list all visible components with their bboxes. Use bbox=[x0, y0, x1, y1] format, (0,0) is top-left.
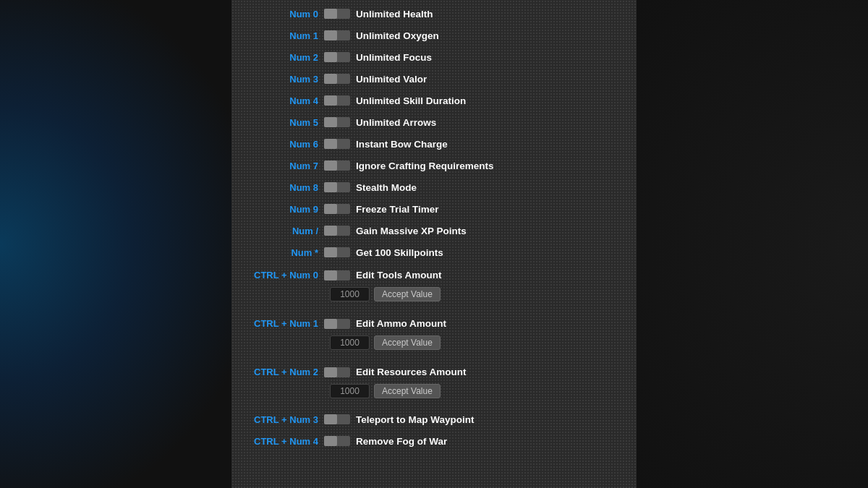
input-row-14: Accept Value bbox=[231, 382, 637, 403]
cheat-row-1: Num 1Unlimited Oxygen bbox=[231, 25, 637, 46]
cheat-label-2: Unlimited Focus bbox=[356, 52, 432, 63]
toggle-8[interactable] bbox=[324, 182, 350, 192]
bg-right-gradient bbox=[637, 0, 868, 488]
toggle-16[interactable] bbox=[324, 436, 350, 446]
key-label-16: CTRL + Num 4 bbox=[237, 436, 324, 447]
toggle-3[interactable] bbox=[324, 74, 350, 84]
cheat-row-8: Num 8Stealth Mode bbox=[231, 176, 637, 198]
value-input-14[interactable] bbox=[330, 384, 370, 398]
cheat-label-13: Edit Ammo Amount bbox=[356, 318, 446, 329]
cheat-row-16: CTRL + Num 4Remove Fog of War bbox=[231, 430, 637, 452]
cheat-label-3: Unlimited Valor bbox=[356, 74, 427, 85]
key-label-1: Num 1 bbox=[237, 30, 324, 41]
toggle-6[interactable] bbox=[324, 139, 350, 149]
toggle-5[interactable] bbox=[324, 117, 350, 127]
cheat-row-15: CTRL + Num 3Teleport to Map Waypoint bbox=[231, 408, 637, 430]
toggle-7[interactable] bbox=[324, 160, 350, 171]
cheat-label-9: Freeze Trial Timer bbox=[356, 204, 439, 215]
accept-button-13[interactable]: Accept Value bbox=[374, 335, 441, 350]
toggle-13[interactable] bbox=[324, 319, 350, 329]
spacer-14 bbox=[231, 403, 637, 408]
value-input-13[interactable] bbox=[330, 335, 370, 350]
accept-button-14[interactable]: Accept Value bbox=[374, 384, 441, 398]
toggle-4[interactable] bbox=[324, 95, 350, 106]
key-label-9: Num 9 bbox=[237, 204, 324, 215]
key-label-8: Num 8 bbox=[237, 182, 324, 193]
toggle-9[interactable] bbox=[324, 204, 350, 214]
cheat-panel: Num 0Unlimited HealthNum 1Unlimited Oxyg… bbox=[231, 0, 637, 488]
cheat-label-4: Unlimited Skill Duration bbox=[356, 95, 466, 106]
key-label-2: Num 2 bbox=[237, 52, 324, 63]
toggle-11[interactable] bbox=[324, 247, 350, 257]
cheat-row-14: CTRL + Num 2Edit Resources Amount bbox=[231, 360, 637, 382]
cheat-row-3: Num 3Unlimited Valor bbox=[231, 68, 637, 90]
cheat-row-4: Num 4Unlimited Skill Duration bbox=[231, 90, 637, 111]
toggle-10[interactable] bbox=[324, 226, 350, 236]
toggle-0[interactable] bbox=[324, 9, 350, 19]
cheat-row-13: CTRL + Num 1Edit Ammo Amount bbox=[231, 312, 637, 333]
cheat-row-2: Num 2Unlimited Focus bbox=[231, 46, 637, 68]
cheat-label-15: Teleport to Map Waypoint bbox=[356, 414, 475, 425]
toggle-14[interactable] bbox=[324, 367, 350, 377]
spacer-13 bbox=[231, 354, 637, 360]
cheat-label-7: Ignore Crafting Requirements bbox=[356, 160, 494, 171]
cheat-row-11: Num *Get 100 Skillpoints bbox=[231, 241, 637, 263]
accept-button-12[interactable]: Accept Value bbox=[374, 287, 441, 301]
cheat-row-0: Num 0Unlimited Health bbox=[231, 3, 637, 25]
cheat-label-14: Edit Resources Amount bbox=[356, 367, 467, 377]
cheat-label-0: Unlimited Health bbox=[356, 9, 433, 20]
cheat-label-5: Unlimited Arrows bbox=[356, 117, 436, 128]
cheat-row-9: Num 9Freeze Trial Timer bbox=[231, 198, 637, 220]
value-input-12[interactable] bbox=[330, 287, 370, 301]
cheat-label-10: Gain Massive XP Points bbox=[356, 226, 467, 236]
input-row-13: Accept Value bbox=[231, 333, 637, 354]
key-label-5: Num 5 bbox=[237, 117, 324, 128]
input-row-12: Accept Value bbox=[231, 285, 637, 306]
cheat-row-10: Num /Gain Massive XP Points bbox=[231, 220, 637, 241]
cheat-label-11: Get 100 Skillpoints bbox=[356, 247, 443, 258]
toggle-12[interactable] bbox=[324, 270, 350, 281]
toggle-15[interactable] bbox=[324, 414, 350, 424]
cheat-label-8: Stealth Mode bbox=[356, 182, 417, 193]
key-label-15: CTRL + Num 3 bbox=[237, 414, 324, 425]
cheat-row-5: Num 5Unlimited Arrows bbox=[231, 111, 637, 133]
cheat-label-6: Instant Bow Charge bbox=[356, 139, 448, 150]
toggle-1[interactable] bbox=[324, 30, 350, 40]
key-label-4: Num 4 bbox=[237, 95, 324, 106]
bg-left-gradient bbox=[0, 0, 231, 488]
key-label-10: Num / bbox=[237, 226, 324, 236]
cheat-row-7: Num 7Ignore Crafting Requirements bbox=[231, 155, 637, 176]
cheat-label-12: Edit Tools Amount bbox=[356, 270, 441, 281]
cheat-row-12: CTRL + Num 0Edit Tools Amount bbox=[231, 263, 637, 285]
key-label-3: Num 3 bbox=[237, 74, 324, 85]
key-label-0: Num 0 bbox=[237, 9, 324, 20]
key-label-7: Num 7 bbox=[237, 160, 324, 171]
key-label-11: Num * bbox=[237, 247, 324, 258]
key-label-13: CTRL + Num 1 bbox=[237, 318, 324, 329]
key-label-12: CTRL + Num 0 bbox=[237, 270, 324, 281]
key-label-14: CTRL + Num 2 bbox=[237, 367, 324, 377]
cheat-label-1: Unlimited Oxygen bbox=[356, 30, 439, 41]
spacer-12 bbox=[231, 306, 637, 312]
cheat-label-16: Remove Fog of War bbox=[356, 436, 447, 447]
cheat-row-6: Num 6Instant Bow Charge bbox=[231, 133, 637, 155]
toggle-2[interactable] bbox=[324, 52, 350, 62]
key-label-6: Num 6 bbox=[237, 139, 324, 150]
